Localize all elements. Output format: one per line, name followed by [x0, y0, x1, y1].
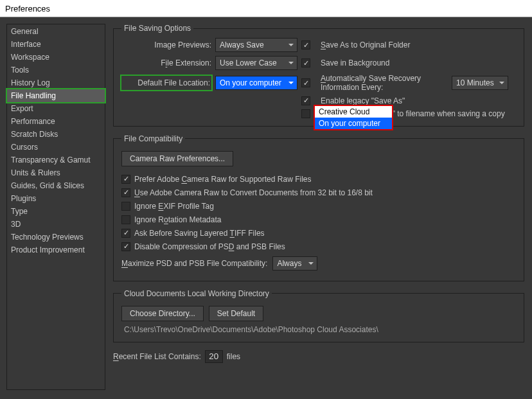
file-compat-legend: File Compatibility — [121, 134, 185, 143]
ask-tiff-label: Ask Before Saving Layered TIFF Files — [134, 229, 265, 238]
sidebar-item-scratch-disks[interactable]: Scratch Disks — [7, 128, 105, 141]
default-location-dropdown: Creative Cloud On your computer — [314, 105, 393, 130]
recent-files-suffix: files — [227, 352, 240, 361]
default-location-option-computer[interactable]: On your computer — [315, 118, 392, 129]
legacy-saveas-checkbox[interactable] — [301, 96, 310, 105]
save-original-checkbox[interactable] — [301, 40, 310, 49]
set-default-button[interactable]: Set Default — [209, 306, 263, 321]
sidebar-item-transparency[interactable]: Transparency & Gamut — [7, 154, 105, 166]
sidebar-item-file-handling[interactable]: File Handling — [7, 89, 105, 102]
use-acr-label: Use Adobe Camera Raw to Convert Document… — [134, 188, 373, 197]
auto-save-checkbox[interactable] — [301, 78, 310, 87]
window-titlebar: Preferences — [0, 0, 532, 17]
use-acr-checkbox[interactable] — [121, 188, 130, 197]
ask-tiff-checkbox[interactable] — [121, 229, 130, 238]
save-background-checkbox[interactable] — [301, 58, 310, 67]
camera-raw-prefs-button[interactable]: Camera Raw Preferences... — [121, 151, 233, 166]
image-previews-select[interactable]: Always Save — [215, 38, 297, 52]
sidebar-item-plugins[interactable]: Plugins — [7, 192, 105, 205]
sidebar-item-performance[interactable]: Performance — [7, 115, 105, 128]
sidebar-item-product-improvement[interactable]: Product Improvement — [7, 244, 105, 256]
file-saving-legend: File Saving Options — [121, 24, 193, 33]
maximize-compat-select[interactable]: Always — [272, 256, 317, 270]
sidebar-item-workspace[interactable]: Workspace — [7, 51, 105, 64]
choose-directory-button[interactable]: Choose Directory... — [121, 306, 204, 321]
save-background-label: Save in Background — [321, 58, 448, 67]
auto-save-label: Automatically Save Recovery Information … — [321, 74, 448, 93]
recent-files-input[interactable] — [205, 350, 223, 363]
save-original-label: Save As to Original Folder — [321, 40, 448, 49]
sidebar-item-units-rulers[interactable]: Units & Rulers — [7, 166, 105, 179]
default-location-select[interactable]: On your computer — [215, 76, 297, 90]
auto-save-interval-select[interactable]: 10 Minutes — [452, 76, 508, 90]
recent-files-label: Recent File List Contains: — [113, 352, 201, 361]
default-location-label: Default File Location: — [121, 76, 211, 90]
ignore-exif-checkbox[interactable] — [121, 202, 130, 211]
no-copy-checkbox[interactable] — [301, 109, 310, 118]
sidebar-item-interface[interactable]: Interface — [7, 38, 105, 51]
disable-compression-checkbox[interactable] — [121, 242, 130, 251]
category-sidebar: General Interface Workspace Tools Histor… — [6, 24, 105, 390]
ignore-exif-label: Ignore EXIF Profile Tag — [134, 202, 214, 211]
prefer-acr-label: Prefer Adobe Camera Raw for Supported Ra… — [134, 175, 311, 184]
sidebar-item-type[interactable]: Type — [7, 205, 105, 218]
cloud-dir-legend: Cloud Documents Local Working Directory — [121, 289, 272, 298]
cloud-dir-group: Cloud Documents Local Working Directory … — [113, 289, 524, 342]
default-location-option-creative-cloud[interactable]: Creative Cloud — [315, 106, 392, 118]
sidebar-item-historylog[interactable]: History Log — [7, 76, 105, 89]
sidebar-item-3d[interactable]: 3D — [7, 218, 105, 231]
prefer-acr-checkbox[interactable] — [121, 175, 130, 184]
ignore-rotation-label: Ignore Rotation Metadata — [134, 215, 221, 224]
main-layout: General Interface Workspace Tools Histor… — [0, 17, 532, 399]
ignore-rotation-checkbox[interactable] — [121, 215, 130, 224]
file-compat-group: File Compatibility Camera Raw Preference… — [113, 134, 524, 281]
sidebar-item-tools[interactable]: Tools — [7, 64, 105, 76]
sidebar-item-tech-previews[interactable]: Technology Previews — [7, 231, 105, 244]
image-previews-label: Image Previews: — [121, 40, 211, 49]
file-extension-select[interactable]: Use Lower Case — [215, 56, 297, 70]
sidebar-item-cursors[interactable]: Cursors — [7, 141, 105, 154]
sidebar-item-export[interactable]: Export — [7, 102, 105, 115]
sidebar-item-guides-grid[interactable]: Guides, Grid & Slices — [7, 179, 105, 192]
disable-compression-label: Disable Compression of PSD and PSB Files — [134, 242, 285, 251]
window-title: Preferences — [5, 4, 50, 13]
cloud-dir-path: C:\Users\Trevo\OneDrive\Documents\Adobe\… — [124, 325, 516, 334]
sidebar-item-general[interactable]: General — [7, 25, 105, 38]
legacy-saveas-label: Enable legacy "Save As" — [321, 96, 448, 105]
maximize-compat-label: Maximize PSD and PSB File Compatibility: — [121, 259, 267, 268]
content-pane: File Saving Options Image Previews: Alwa… — [105, 17, 532, 399]
file-extension-label: File Extension: — [121, 58, 211, 67]
